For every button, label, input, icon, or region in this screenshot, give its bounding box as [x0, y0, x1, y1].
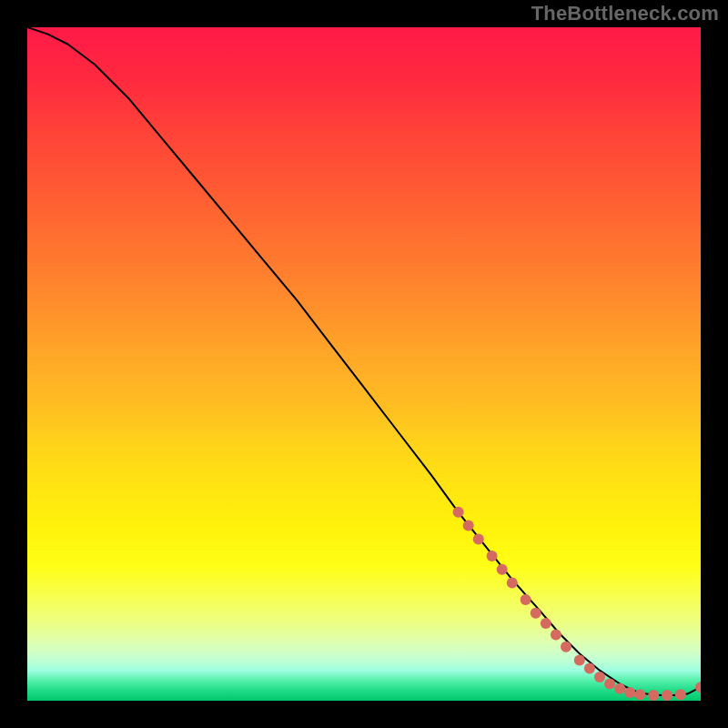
data-marker — [507, 578, 518, 589]
data-marker — [662, 690, 672, 701]
curve-line — [27, 27, 701, 695]
data-marker — [551, 629, 561, 640]
data-marker — [463, 521, 474, 531]
chart-svg — [27, 27, 701, 701]
data-marker — [624, 687, 635, 698]
data-marker — [584, 662, 595, 673]
data-marker — [614, 683, 625, 694]
data-markers — [453, 507, 701, 701]
data-marker — [675, 689, 686, 700]
data-marker — [594, 672, 605, 682]
watermark-text: TheBottleneck.com — [531, 2, 719, 25]
plot-area — [27, 27, 701, 701]
data-marker — [487, 551, 498, 561]
data-marker — [531, 608, 541, 619]
data-marker — [574, 655, 585, 666]
data-marker — [695, 682, 701, 693]
data-marker — [497, 564, 508, 575]
data-marker — [648, 690, 659, 701]
data-marker — [541, 618, 551, 629]
chart-frame: TheBottleneck.com — [0, 0, 728, 728]
data-marker — [604, 679, 615, 690]
data-marker — [521, 594, 531, 605]
data-marker — [453, 507, 464, 518]
data-marker — [561, 642, 571, 652]
data-marker — [473, 533, 484, 544]
data-marker — [634, 689, 645, 700]
